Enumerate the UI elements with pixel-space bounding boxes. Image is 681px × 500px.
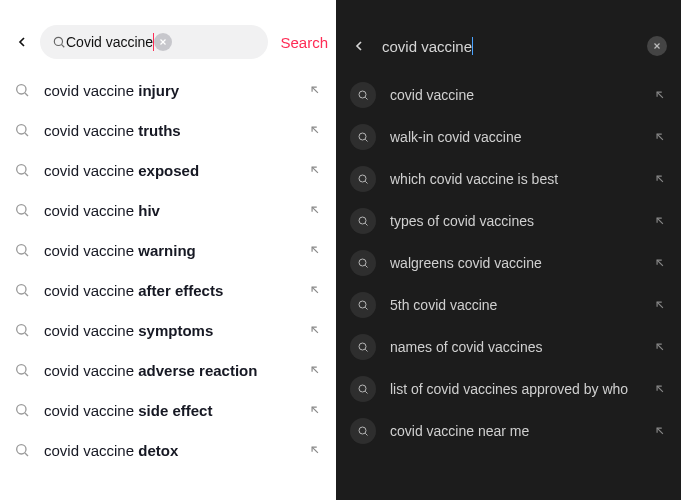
suggestion-row[interactable]: covid vaccine detox [14,430,322,470]
suggestion-text: names of covid vaccines [390,339,653,355]
light-header: Covid vaccine Search [0,24,336,60]
svg-line-30 [312,407,318,413]
svg-line-29 [25,413,28,416]
suggestion-row[interactable]: which covid vaccine is best [350,158,667,200]
suggestion-text: covid vaccine side effect [44,402,308,419]
suggestion-text: walgreens covid vaccine [390,255,653,271]
svg-line-6 [312,87,318,93]
insert-arrow-icon[interactable] [308,403,322,417]
search-icon [14,362,30,378]
svg-point-54 [359,343,366,350]
insert-arrow-icon[interactable] [308,163,322,177]
svg-point-4 [17,85,26,94]
light-suggestions: covid vaccine injurycovid vaccine truths… [0,60,336,470]
suggestion-row[interactable]: covid vaccine exposed [14,150,322,190]
search-icon [350,82,376,108]
search-icon [14,402,30,418]
suggestion-row[interactable]: types of covid vaccines [350,200,667,242]
suggestion-row[interactable]: covid vaccine after effects [14,270,322,310]
insert-arrow-icon[interactable] [308,83,322,97]
svg-point-45 [359,217,366,224]
svg-line-8 [25,133,28,136]
search-icon [350,418,376,444]
suggestion-row[interactable]: 5th covid vaccine [350,284,667,326]
suggestion-text: covid vaccine hiv [44,202,308,219]
svg-line-50 [657,260,663,266]
suggestion-text: covid vaccine truths [44,122,308,139]
insert-arrow-icon[interactable] [653,214,667,228]
svg-line-41 [657,134,663,140]
search-field[interactable]: Covid vaccine [40,25,268,59]
svg-line-53 [657,302,663,308]
search-icon [350,376,376,402]
suggestion-row[interactable]: names of covid vaccines [350,326,667,368]
svg-line-62 [657,428,663,434]
suggestion-row[interactable]: covid vaccine truths [14,110,322,150]
insert-arrow-icon[interactable] [653,424,667,438]
svg-line-44 [657,176,663,182]
insert-arrow-icon[interactable] [653,298,667,312]
insert-arrow-icon[interactable] [308,123,322,137]
insert-arrow-icon[interactable] [653,88,667,102]
search-icon [350,166,376,192]
search-input[interactable]: covid vaccine [382,37,647,55]
suggestion-text: which covid vaccine is best [390,171,653,187]
back-icon[interactable] [12,32,32,52]
suggestion-row[interactable]: covid vaccine near me [350,410,667,452]
insert-arrow-icon[interactable] [308,243,322,257]
insert-arrow-icon[interactable] [308,203,322,217]
svg-line-32 [25,453,28,456]
svg-line-1 [62,45,65,48]
insert-arrow-icon[interactable] [653,340,667,354]
suggestion-text: covid vaccine warning [44,242,308,259]
svg-line-15 [312,207,318,213]
svg-line-5 [25,93,28,96]
insert-arrow-icon[interactable] [308,283,322,297]
dark-panel: covid vaccine covid vaccinewalk-in covid… [336,0,681,500]
svg-point-19 [17,285,26,294]
search-icon [52,35,66,49]
svg-point-16 [17,245,26,254]
svg-line-59 [657,386,663,392]
svg-point-22 [17,325,26,334]
suggestion-row[interactable]: covid vaccine side effect [14,390,322,430]
clear-icon[interactable] [154,33,172,51]
svg-line-37 [365,97,367,99]
search-button[interactable]: Search [280,34,328,51]
search-icon [14,442,30,458]
suggestion-text: covid vaccine detox [44,442,308,459]
suggestion-row[interactable]: covid vaccine adverse reaction [14,350,322,390]
back-icon[interactable] [350,37,368,55]
dark-header: covid vaccine [336,24,681,68]
insert-arrow-icon[interactable] [308,363,322,377]
suggestion-row[interactable]: covid vaccine [350,74,667,116]
svg-line-17 [25,253,28,256]
suggestion-row[interactable]: list of covid vaccines approved by who [350,368,667,410]
insert-arrow-icon[interactable] [653,130,667,144]
svg-line-46 [365,223,367,225]
suggestion-row[interactable]: covid vaccine hiv [14,190,322,230]
search-input[interactable]: Covid vaccine [66,33,154,51]
clear-icon[interactable] [647,36,667,56]
svg-point-51 [359,301,366,308]
suggestion-row[interactable]: covid vaccine symptoms [14,310,322,350]
svg-line-40 [365,139,367,141]
suggestion-row[interactable]: covid vaccine injury [14,70,322,110]
insert-arrow-icon[interactable] [653,172,667,186]
suggestion-text: walk-in covid vaccine [390,129,653,145]
svg-line-38 [657,92,663,98]
search-icon [350,250,376,276]
suggestion-row[interactable]: walgreens covid vaccine [350,242,667,284]
svg-point-31 [17,445,26,454]
insert-arrow-icon[interactable] [653,256,667,270]
suggestion-row[interactable]: walk-in covid vaccine [350,116,667,158]
insert-arrow-icon[interactable] [653,382,667,396]
suggestion-text: covid vaccine near me [390,423,653,439]
suggestion-row[interactable]: covid vaccine warning [14,230,322,270]
suggestion-text: covid vaccine after effects [44,282,308,299]
svg-line-49 [365,265,367,267]
insert-arrow-icon[interactable] [308,443,322,457]
insert-arrow-icon[interactable] [308,323,322,337]
svg-point-48 [359,259,366,266]
svg-line-58 [365,391,367,393]
